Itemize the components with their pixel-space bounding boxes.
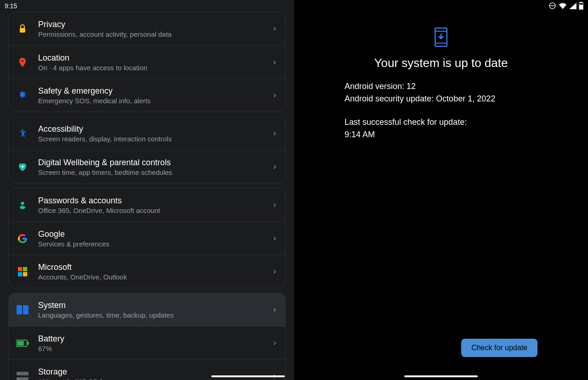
- item-subtitle: Screen time, app timers, bedtime schedul…: [38, 168, 268, 176]
- chevron-right-icon: [271, 164, 278, 170]
- svg-point-2: [22, 129, 23, 131]
- item-subtitle: Emergency SOS, medical info, alerts: [38, 97, 268, 105]
- statusbar-left: 9:15: [0, 0, 294, 12]
- security-update: Android security update: October 1, 2022: [345, 93, 537, 105]
- item-title: Location: [38, 53, 268, 63]
- item-google[interactable]: Google Services & preferences: [9, 222, 285, 255]
- medical-icon: [16, 89, 29, 102]
- item-title: Passwords & accounts: [38, 196, 268, 206]
- pin-icon: [16, 56, 29, 69]
- account-icon: [16, 199, 29, 212]
- battery-icon: [579, 2, 583, 10]
- nav-handle[interactable]: [404, 375, 478, 377]
- svg-rect-8: [23, 272, 27, 276]
- chevron-right-icon: [271, 26, 278, 32]
- statusbar-time: 9:15: [5, 2, 17, 10]
- chevron-right-icon: [271, 307, 278, 313]
- svg-rect-12: [17, 341, 24, 346]
- signal-icon: [569, 3, 577, 9]
- svg-rect-13: [28, 342, 29, 345]
- chevron-right-icon: [271, 92, 278, 99]
- settings-list[interactable]: Privacy Permissions, account activity, p…: [0, 12, 294, 380]
- settings-panel: 9:15 Privacy Permissions, account activi…: [0, 0, 294, 380]
- item-title: Accessibility: [38, 124, 268, 134]
- item-safety[interactable]: Safety & emergency Emergency SOS, medica…: [9, 78, 285, 112]
- item-title: System: [38, 301, 268, 310]
- item-subtitle: Accounts, OneDrive, Outlook: [38, 273, 268, 281]
- chevron-right-icon: [271, 130, 278, 137]
- item-passwords[interactable]: Passwords & accounts Office 365, OneDriv…: [9, 189, 285, 222]
- lock-icon: [16, 22, 29, 35]
- item-location[interactable]: Location On · 4 apps have access to loca…: [9, 45, 285, 78]
- last-check-label: Last successful check for update:: [345, 116, 537, 129]
- item-subtitle: 67%: [38, 345, 268, 352]
- update-title: Your system is up to date: [345, 56, 537, 70]
- item-system[interactable]: System Languages, gestures, time, backup…: [9, 293, 285, 326]
- item-title: Microsoft: [38, 263, 268, 272]
- svg-point-17: [18, 378, 19, 380]
- nav-handle[interactable]: [211, 375, 285, 377]
- microsoft-icon: [16, 265, 29, 278]
- item-subtitle: Services & preferences: [38, 240, 268, 248]
- item-subtitle: Permissions, account activity, personal …: [38, 30, 268, 38]
- svg-rect-6: [23, 267, 27, 271]
- item-title: Google: [38, 229, 268, 239]
- settings-group: Passwords & accounts Office 365, OneDriv…: [8, 188, 286, 288]
- update-info: Android version: 12 Android security upd…: [345, 80, 537, 141]
- chevron-right-icon: [271, 202, 278, 208]
- item-title: Battery: [38, 334, 268, 344]
- item-title: Digital Wellbeing & parental controls: [38, 158, 268, 168]
- item-title: Privacy: [38, 20, 268, 29]
- svg-rect-5: [18, 267, 22, 271]
- chevron-right-icon: [271, 235, 278, 242]
- item-accessibility[interactable]: Accessibility Screen readers, display, i…: [9, 117, 285, 150]
- battery-icon: [16, 337, 29, 350]
- update-panel: Your system is up to date Android versio…: [294, 0, 588, 380]
- item-microsoft[interactable]: Microsoft Accounts, OneDrive, Outlook: [9, 255, 285, 288]
- item-subtitle: On · 4 apps have access to location: [38, 64, 268, 72]
- statusbar-right: [548, 2, 583, 10]
- phone-download-icon: [435, 28, 447, 49]
- system-icon: [16, 303, 29, 316]
- item-subtitle: Languages, gestures, time, backup, updat…: [38, 311, 268, 319]
- settings-group: Privacy Permissions, account activity, p…: [8, 12, 286, 112]
- item-battery[interactable]: Battery 67%: [9, 326, 285, 359]
- update-content: Your system is up to date Android versio…: [294, 0, 588, 380]
- item-subtitle: Screen readers, display, interaction con…: [38, 135, 268, 143]
- svg-rect-10: [23, 305, 28, 314]
- svg-rect-22: [580, 2, 582, 3]
- google-icon: [16, 232, 29, 245]
- item-subtitle: Office 365, OneDrive, Microsoft account: [38, 207, 268, 214]
- chevron-right-icon: [271, 340, 278, 346]
- svg-point-3: [21, 202, 24, 205]
- chevron-right-icon: [271, 59, 278, 66]
- last-check-time: 9:14 AM: [345, 129, 537, 141]
- svg-rect-21: [579, 5, 583, 9]
- item-wellbeing[interactable]: Digital Wellbeing & parental controls Sc…: [9, 150, 285, 183]
- item-title: Safety & emergency: [38, 86, 268, 96]
- android-version: Android version: 12: [345, 80, 537, 93]
- settings-group: System Languages, gestures, time, backup…: [8, 293, 286, 380]
- storage-icon: [16, 370, 29, 380]
- item-privacy[interactable]: Privacy Permissions, account activity, p…: [9, 12, 285, 45]
- svg-rect-0: [20, 28, 25, 33]
- item-subtitle: 12% used · 225 GB free: [38, 378, 268, 380]
- dnd-icon: [548, 2, 556, 10]
- heart-plus-icon: [16, 161, 29, 173]
- wifi-icon: [559, 3, 567, 9]
- chevron-right-icon: [271, 268, 278, 275]
- person-icon: [16, 127, 29, 140]
- check-update-button[interactable]: Check for update: [461, 339, 537, 357]
- svg-point-16: [18, 373, 19, 374]
- svg-point-1: [22, 60, 24, 62]
- svg-rect-7: [18, 272, 22, 276]
- settings-group: Accessibility Screen readers, display, i…: [8, 117, 286, 184]
- svg-point-4: [20, 206, 25, 209]
- svg-rect-9: [17, 305, 22, 314]
